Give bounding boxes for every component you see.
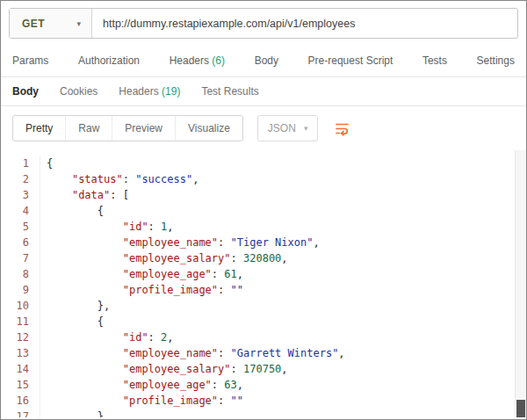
tab-label: Body <box>255 54 278 67</box>
code-text: "status": "success", <box>40 171 199 187</box>
request-tab-params[interactable]: Params <box>12 54 48 67</box>
code-text: "employee_salary": 170750, <box>40 361 288 377</box>
code-line: 16 "profile_image": "" <box>1 393 526 409</box>
tab-label: Authorization <box>78 54 140 67</box>
line-number: 16 <box>1 393 40 409</box>
tab-label: Body <box>12 85 39 98</box>
code-text: "employee_salary": 320800, <box>40 250 288 266</box>
code-line: 17 }, <box>1 409 526 417</box>
wrap-text-button[interactable] <box>334 120 350 137</box>
method-dropdown-caret: ▾ <box>76 19 81 28</box>
request-tab-tests[interactable]: Tests <box>422 54 447 67</box>
code-text: }, <box>40 298 110 314</box>
line-number: 5 <box>1 219 40 235</box>
tab-label: Settings <box>477 54 515 67</box>
view-switcher: PrettyRawPreviewVisualize <box>12 115 243 141</box>
app-window: GET ▾ ParamsAuthorizationHeaders (6)Body… <box>0 0 527 420</box>
line-number: 4 <box>1 203 40 219</box>
request-tabs: ParamsAuthorizationHeaders (6)BodyPre-re… <box>1 45 526 77</box>
request-tab-pre-request-script[interactable]: Pre-request Script <box>308 54 393 67</box>
tab-label: Headers <box>170 54 209 67</box>
tab-count: (6) <box>209 54 225 67</box>
vertical-scrollbar[interactable] <box>515 150 526 417</box>
scrollbar-thumb[interactable] <box>516 400 525 417</box>
code-line: 14 "employee_salary": 170750, <box>1 361 526 377</box>
tab-label: Cookies <box>60 85 97 98</box>
request-tab-body[interactable]: Body <box>255 54 278 67</box>
response-body: 1{2 "status": "success",3 "data": [4 {5 … <box>1 150 526 417</box>
line-number: 7 <box>1 250 40 266</box>
code-line: 11 { <box>1 314 526 329</box>
code-text: { <box>40 203 104 219</box>
response-tab-body[interactable]: Body <box>12 85 39 98</box>
tab-label: Pre-request Script <box>308 54 393 67</box>
code-line: 1{ <box>1 156 526 171</box>
line-number: 10 <box>1 298 40 314</box>
line-number: 17 <box>1 409 40 417</box>
code-line: 8 "employee_age": 61, <box>1 266 526 282</box>
code-line: 2 "status": "success", <box>1 171 526 187</box>
code-line: 6 "employee_name": "Tiger Nixon", <box>1 235 526 250</box>
code-line: 7 "employee_salary": 320800, <box>1 250 526 266</box>
response-tab-cookies[interactable]: Cookies <box>60 85 97 98</box>
line-number: 14 <box>1 361 40 377</box>
view-tab-visualize[interactable]: Visualize <box>176 116 242 141</box>
tab-label: Headers <box>119 85 158 98</box>
code-line: 10 }, <box>1 298 526 314</box>
wrap-text-icon <box>334 120 350 137</box>
line-number: 12 <box>1 329 40 345</box>
request-tab-settings[interactable]: Settings <box>477 54 515 67</box>
code-line: 13 "employee_name": "Garrett Winters", <box>1 345 526 361</box>
view-tab-raw[interactable]: Raw <box>66 116 112 141</box>
code-text: "id": 2, <box>40 329 174 345</box>
code-text: { <box>40 156 53 171</box>
code-line: 5 "id": 1, <box>1 219 526 235</box>
code-line: 12 "id": 2, <box>1 329 526 345</box>
line-number: 6 <box>1 235 40 250</box>
response-tab-test-results[interactable]: Test Results <box>201 85 258 98</box>
line-number: 3 <box>1 187 40 203</box>
tab-label: Test Results <box>201 85 258 98</box>
view-tab-preview[interactable]: Preview <box>112 116 176 141</box>
line-number: 2 <box>1 171 40 187</box>
code-text: "employee_age": 63, <box>40 377 243 393</box>
response-tabs: BodyCookiesHeaders (19)Test Results <box>1 77 526 106</box>
response-toolbar: PrettyRawPreviewVisualize JSON ▾ <box>1 106 526 150</box>
code-line: 3 "data": [ <box>1 187 526 203</box>
request-tab-authorization[interactable]: Authorization <box>78 54 140 67</box>
format-dropdown-caret: ▾ <box>304 124 308 133</box>
tab-label: Tests <box>422 54 447 67</box>
code-text: }, <box>40 409 110 417</box>
code-text: "employee_age": 61, <box>40 266 243 282</box>
format-label: JSON <box>268 122 296 134</box>
line-number: 9 <box>1 282 40 298</box>
tab-count: (19) <box>159 85 181 98</box>
tab-label: Params <box>12 54 48 67</box>
code-text: "employee_name": "Garrett Winters", <box>40 345 345 361</box>
method-label: GET <box>22 18 45 30</box>
line-number: 11 <box>1 314 40 329</box>
line-number: 13 <box>1 345 40 361</box>
code-text: "id": 1, <box>40 219 174 235</box>
code-text: "profile_image": "" <box>40 282 243 298</box>
line-number: 1 <box>1 156 40 171</box>
code-text: { <box>40 314 104 329</box>
code-line: 15 "employee_age": 63, <box>1 377 526 393</box>
code-text: "data": [ <box>40 187 129 203</box>
line-number: 8 <box>1 266 40 282</box>
line-number: 15 <box>1 377 40 393</box>
code-text: "employee_name": "Tiger Nixon", <box>40 235 320 250</box>
code-line: 4 { <box>1 203 526 219</box>
view-tab-pretty[interactable]: Pretty <box>13 116 66 141</box>
request-url-row: GET ▾ <box>9 8 518 39</box>
code-text: "profile_image": "" <box>40 393 243 409</box>
code-lines: 1{2 "status": "success",3 "data": [4 {5 … <box>1 150 526 417</box>
method-select[interactable]: GET ▾ <box>10 9 92 38</box>
format-dropdown[interactable]: JSON ▾ <box>257 115 319 141</box>
code-line: 9 "profile_image": "" <box>1 282 526 298</box>
request-tab-headers[interactable]: Headers (6) <box>170 54 225 67</box>
url-bar: GET ▾ <box>1 1 526 45</box>
url-input[interactable] <box>92 9 517 38</box>
response-tab-headers[interactable]: Headers (19) <box>119 85 180 98</box>
